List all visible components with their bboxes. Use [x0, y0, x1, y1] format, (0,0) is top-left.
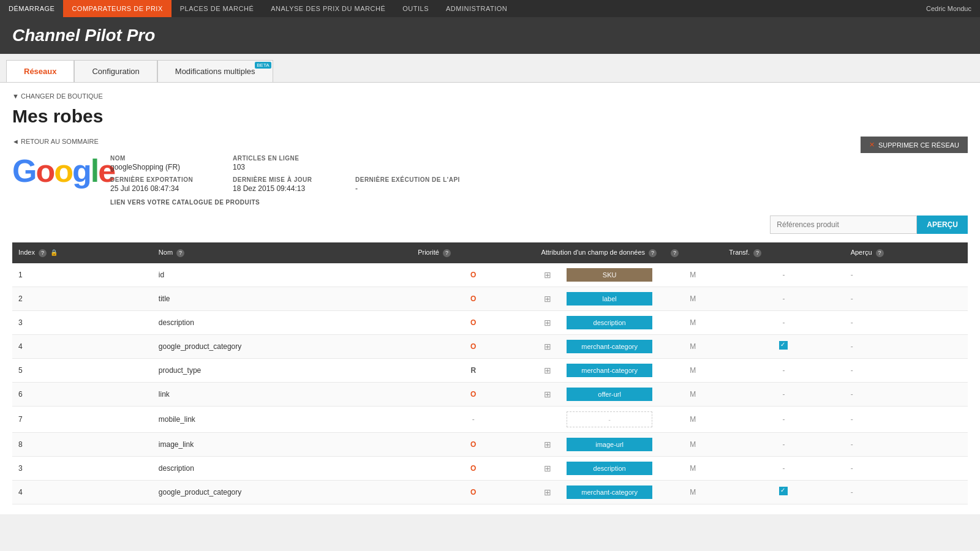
link-icon[interactable]: ⊞	[544, 270, 551, 280]
cell-link-icon	[535, 406, 560, 432]
cell-priorite: O	[412, 382, 535, 406]
search-row: APERÇU	[12, 216, 968, 234]
apercu-dash: -	[851, 488, 853, 497]
cell-index: 6	[12, 382, 153, 406]
transf-dash: -	[782, 390, 785, 399]
table-row: 4google_product_categoryO⊞merchant-categ…	[12, 480, 968, 504]
apercu-button[interactable]: APERÇU	[917, 216, 968, 234]
field-nom: NOM googleShopping (FR)	[110, 155, 208, 171]
cell-nom: product_type	[153, 358, 412, 382]
cell-apercu: -	[845, 310, 968, 334]
checkbox-checked[interactable]	[779, 341, 788, 350]
info-fields: NOM googleShopping (FR) ARTICLES EN LIGN…	[110, 155, 460, 206]
priority-badge: R	[470, 366, 476, 375]
cell-index: 3	[12, 310, 153, 334]
link-icon[interactable]: ⊞	[544, 440, 551, 449]
field-button[interactable]: offer-url	[567, 388, 652, 401]
m-badge: M	[690, 488, 696, 497]
field-button[interactable]: merchant-category	[567, 340, 652, 353]
field-button[interactable]: image-url	[567, 438, 652, 451]
m-badge: M	[690, 440, 696, 449]
link-icon[interactable]: ⊞	[544, 342, 551, 351]
col-nom: Nom ?	[153, 242, 412, 263]
cell-index: 7	[12, 406, 153, 432]
field-button[interactable]: merchant-category	[567, 485, 652, 499]
mapping-table: Index ? 🔒 Nom ? Priorité ? Attribution d…	[12, 242, 968, 504]
catalogue-link[interactable]: LIEN VERS VOTRE CATALOGUE DE PRODUITS	[110, 199, 460, 206]
field-button[interactable]: description	[567, 462, 652, 475]
transf-dash: -	[782, 440, 785, 449]
transf-dash: -	[782, 464, 785, 473]
tab-modifications[interactable]: Modifications multiples BETA	[157, 60, 273, 82]
table-row: 2titleO⊞labelM--	[12, 287, 968, 310]
cell-transf: -	[723, 287, 845, 310]
cell-transf	[723, 480, 845, 504]
nav-places[interactable]: PLACES DE MARCHÉ	[172, 0, 262, 17]
priority-badge: O	[470, 271, 476, 279]
col-apercu: Aperçu ?	[845, 242, 968, 263]
nav-outils[interactable]: OUTILS	[394, 0, 437, 17]
priority-badge: O	[470, 464, 476, 473]
link-icon[interactable]: ⊞	[544, 389, 551, 399]
col-transf: Transf. ?	[723, 242, 845, 263]
cell-link-icon: ⊞	[535, 456, 560, 480]
back-link[interactable]: RETOUR AU SOMMAIRE	[12, 138, 99, 145]
checkbox-checked[interactable]	[779, 487, 788, 495]
field-button[interactable]: merchant-category	[567, 364, 652, 377]
apercu-dash: -	[851, 271, 853, 279]
link-icon[interactable]: ⊞	[544, 318, 551, 328]
cell-priorite: R	[412, 358, 535, 382]
cell-transf: -	[723, 310, 845, 334]
cell-priorite: -	[412, 406, 535, 432]
x-icon: ✕	[869, 141, 875, 149]
cell-apercu: -	[845, 263, 968, 287]
change-shop-link[interactable]: CHANGER DE BOUTIQUE	[12, 92, 968, 100]
apercu-dash: -	[851, 366, 853, 375]
field-api: DERNIÈRE EXÉCUTION DE L'API -	[355, 176, 460, 193]
cell-index: 2	[12, 287, 153, 310]
link-icon[interactable]: ⊞	[544, 294, 551, 304]
link-icon[interactable]: ⊞	[544, 365, 551, 375]
shop-title: Mes robes	[12, 106, 968, 127]
cell-link-icon: ⊞	[535, 263, 560, 287]
cell-m: M	[663, 287, 723, 310]
field-empty[interactable]: -	[567, 411, 652, 427]
search-input[interactable]	[770, 216, 917, 234]
apercu-dash: -	[851, 415, 853, 424]
nav-analyse[interactable]: ANALYSE DES PRIX DU MARCHÉ	[262, 0, 394, 17]
cell-priorite: O	[412, 456, 535, 480]
cell-apercu: -	[845, 287, 968, 310]
m-badge: M	[690, 271, 696, 279]
delete-network-button[interactable]: ✕ SUPPRIMER CE RÉSEAU	[861, 137, 968, 153]
cell-field: image-url	[560, 432, 663, 456]
field-button[interactable]: description	[567, 316, 652, 329]
col-priorite: Priorité ?	[412, 242, 535, 263]
nav-administration[interactable]: ADMINISTRATION	[437, 0, 516, 17]
cell-field: offer-url	[560, 382, 663, 406]
link-icon[interactable]: ⊞	[544, 463, 551, 473]
cell-field: label	[560, 287, 663, 310]
nav-demarrage[interactable]: DÉMARRAGE	[0, 0, 63, 17]
tab-configuration[interactable]: Configuration	[74, 60, 157, 82]
cell-priorite: O	[412, 263, 535, 287]
cell-m: M	[663, 432, 723, 456]
cell-priorite: O	[412, 334, 535, 358]
cell-transf	[723, 334, 845, 358]
cell-field: merchant-category	[560, 358, 663, 382]
cell-transf: -	[723, 263, 845, 287]
apercu-dash: -	[851, 294, 853, 303]
cell-index: 4	[12, 480, 153, 504]
priority-badge: O	[470, 488, 476, 497]
link-icon[interactable]: ⊞	[544, 487, 551, 497]
field-button[interactable]: SKU	[567, 268, 652, 282]
field-button[interactable]: label	[567, 292, 652, 305]
table-row: 1idO⊞SKUM--	[12, 263, 968, 287]
priority-badge: O	[470, 440, 476, 449]
nav-comparateurs[interactable]: COMPARATEURS DE PRIX	[63, 0, 171, 17]
m-badge: M	[690, 342, 696, 351]
cell-apercu: -	[845, 432, 968, 456]
tab-reseaux[interactable]: Réseaux	[6, 60, 74, 82]
info-section: Google NOM googleShopping (FR) ARTICLES …	[12, 155, 968, 206]
field-maj: DERNIÈRE MISE À JOUR 18 Dez 2015 09:44:1…	[233, 176, 331, 193]
cell-index: 3	[12, 456, 153, 480]
